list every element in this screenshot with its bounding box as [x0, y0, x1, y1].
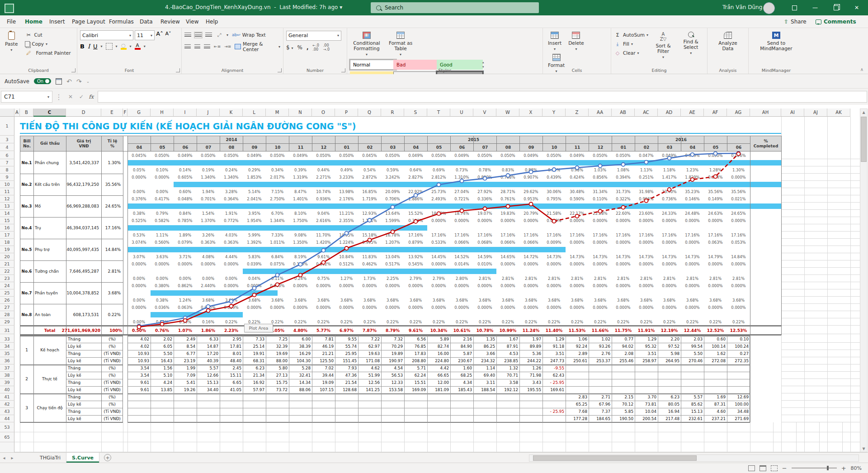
- summary-value[interactable]: 0.60: [704, 336, 727, 343]
- cell-monthly[interactable]: 1.350%: [289, 239, 312, 246]
- row-header-33[interactable]: 33: [0, 336, 14, 343]
- column-header-D[interactable]: D: [66, 109, 101, 117]
- row-header-65[interactable]: 65: [0, 432, 14, 442]
- summary-value[interactable]: 7.33: [243, 336, 266, 343]
- summary-value[interactable]: 1.62: [704, 350, 727, 357]
- cell-monthly[interactable]: 0.000%: [151, 260, 174, 268]
- cell-monthly[interactable]: 0.000%: [266, 304, 289, 311]
- cell-monthly[interactable]: 0.560%: [151, 239, 174, 246]
- cell-monthly[interactable]: 0.049%: [243, 152, 266, 159]
- header-month-2015-11[interactable]: 11: [566, 143, 589, 151]
- cell-cumulative[interactable]: 3.68%: [266, 297, 289, 304]
- cell-monthly[interactable]: 1.207%: [381, 239, 404, 246]
- summary-value[interactable]: 2.89: [566, 350, 589, 357]
- cell-bill-no[interactable]: No.4: [20, 224, 33, 232]
- cell-cumulative[interactable]: 14.72%: [519, 253, 542, 260]
- summary-value[interactable]: 91.18: [542, 343, 566, 350]
- cell-cumulative[interactable]: 1.89%: [174, 232, 197, 239]
- cell-cumulative[interactable]: 0.34%: [266, 166, 289, 174]
- cell-monthly[interactable]: 0.000%: [127, 304, 151, 311]
- cell-monthly[interactable]: 0.000%: [658, 239, 681, 246]
- cell-monthly[interactable]: 1.131%: [358, 217, 381, 224]
- cell-monthly[interactable]: 0.000%: [404, 282, 427, 289]
- summary-value[interactable]: 125.50: [312, 357, 335, 364]
- cell-cumulative[interactable]: 2.81%: [519, 275, 542, 282]
- column-header-AC[interactable]: AC: [635, 109, 658, 117]
- page-layout-view-icon[interactable]: [760, 465, 766, 471]
- cell-monthly[interactable]: 0.376%: [127, 195, 151, 203]
- cell-monthly[interactable]: 0.000%: [519, 260, 542, 268]
- column-header-AH[interactable]: AH: [750, 109, 781, 117]
- cell-monthly[interactable]: 0.000%: [589, 304, 612, 311]
- cell-cumulative[interactable]: 0.00%: [127, 318, 151, 326]
- cell-package-value[interactable]: 3,541,420,337: [66, 159, 100, 166]
- cell-cumulative[interactable]: 3.07%: [127, 253, 151, 260]
- summary-value[interactable]: 27.13: [266, 372, 289, 379]
- summary-value[interactable]: 169.09: [404, 386, 427, 393]
- cell-package-name[interactable]: Mố: [33, 203, 66, 210]
- column-header-V[interactable]: V: [473, 109, 496, 117]
- cell-cumulative[interactable]: 0.69%: [427, 166, 450, 174]
- summary-value[interactable]: 5.57: [197, 364, 220, 372]
- cell-cumulative[interactable]: 22.60%: [612, 210, 635, 217]
- row-header-24[interactable]: 24: [0, 282, 14, 289]
- cell-monthly[interactable]: 0.049%: [450, 152, 473, 159]
- cell-cumulative[interactable]: 33.40%: [658, 188, 681, 195]
- cell-package-name[interactable]: Phụ trợ: [33, 246, 66, 253]
- cell-cumulative[interactable]: 7.15%: [266, 188, 289, 195]
- row-header-40[interactable]: 40: [0, 386, 14, 393]
- cell-cumulative[interactable]: 15.18%: [358, 232, 381, 239]
- summary-value[interactable]: 100.24: [727, 343, 750, 350]
- cell-cumulative[interactable]: 17.16%: [566, 232, 589, 239]
- cell-package-name[interactable]: Phần chung: [33, 159, 66, 166]
- summary-value[interactable]: 1.06: [566, 336, 589, 343]
- cell-monthly[interactable]: 2.017%: [266, 174, 289, 181]
- cell-monthly[interactable]: 0.322%: [612, 195, 635, 203]
- cell-monthly[interactable]: 3.242%: [381, 174, 404, 181]
- summary-value[interactable]: 1.26: [519, 364, 542, 372]
- summary-value[interactable]: 16.94: [658, 408, 681, 415]
- cell-cumulative[interactable]: 17.16%: [635, 232, 658, 239]
- summary-value[interactable]: 169.61: [542, 386, 566, 393]
- summary-value[interactable]: 4.53: [496, 350, 519, 357]
- cell-cumulative[interactable]: 2.81%: [704, 275, 727, 282]
- summary-value[interactable]: 25.95: [335, 350, 358, 357]
- cell-package-name[interactable]: Trụ: [33, 224, 66, 232]
- summary-value[interactable]: 86.25: [473, 343, 496, 350]
- cell-monthly[interactable]: 0.000%: [542, 282, 566, 289]
- cell-monthly[interactable]: 0.050%: [589, 152, 612, 159]
- cell-monthly[interactable]: 0.000%: [358, 282, 381, 289]
- cell-cumulative[interactable]: 24.63%: [704, 210, 727, 217]
- cell-bill-no[interactable]: No.2: [20, 181, 33, 188]
- row-header-41[interactable]: 41: [0, 393, 14, 401]
- header-year-2014[interactable]: 2014: [127, 136, 335, 144]
- cell-cumulative[interactable]: 2.81%: [727, 275, 750, 282]
- column-header-AB[interactable]: AB: [612, 109, 635, 117]
- header-month-2015-05[interactable]: 05: [427, 143, 451, 151]
- summary-value[interactable]: 181.09: [427, 386, 450, 393]
- summary-value[interactable]: 5.89: [427, 336, 450, 343]
- cell-monthly[interactable]: 0.050%: [197, 152, 220, 159]
- cell-cumulative[interactable]: 0.73%: [450, 166, 473, 174]
- summary-value[interactable]: 272.35: [727, 357, 750, 364]
- vertical-scrollbar-thumb[interactable]: [861, 117, 867, 162]
- summary-value[interactable]: 76.85: [404, 343, 427, 350]
- row-header-7[interactable]: 7: [0, 159, 14, 166]
- cell-cumulative[interactable]: 27.92%: [473, 188, 496, 195]
- summary-value[interactable]: 4.02: [127, 343, 151, 350]
- cell-cumulative[interactable]: 0.84%: [174, 210, 197, 217]
- cell-cumulative[interactable]: 0.24%: [289, 275, 312, 282]
- cell-cumulative[interactable]: 0.00%: [174, 275, 197, 282]
- cell-cumulative[interactable]: 21.58%: [542, 210, 566, 217]
- cell-cumulative[interactable]: 17.16%: [496, 232, 519, 239]
- cell-cumulative[interactable]: 13.64%: [381, 210, 404, 217]
- cell-cumulative[interactable]: 0.22%: [681, 318, 704, 326]
- summary-value[interactable]: 2.02: [151, 336, 174, 343]
- sheet-tab-s.curve[interactable]: S.Curve: [66, 453, 99, 463]
- header-month-2014-09[interactable]: 09: [243, 143, 266, 151]
- summary-value[interactable]: 1.29: [542, 336, 566, 343]
- cell-cumulative[interactable]: 0.16%: [197, 318, 220, 326]
- cell-cumulative[interactable]: 3.68%: [450, 297, 473, 304]
- header-month-2016-06[interactable]: 06: [727, 143, 750, 151]
- header-month-2016-03[interactable]: 03: [658, 143, 681, 151]
